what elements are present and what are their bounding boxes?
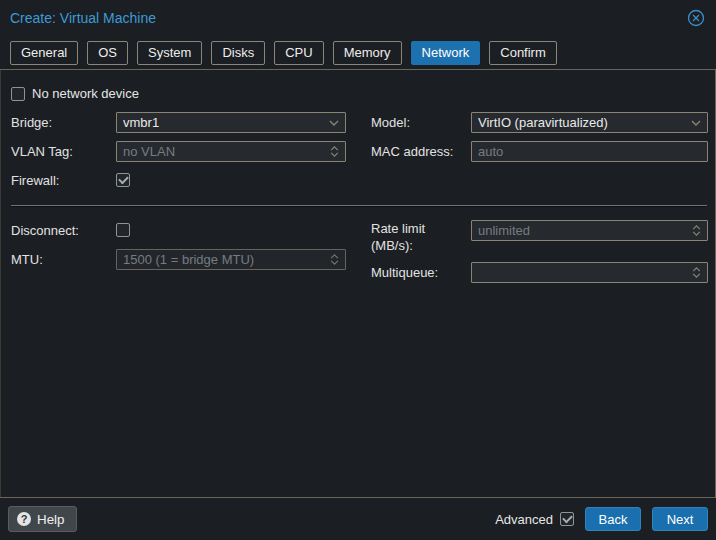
tab-system[interactable]: System — [137, 41, 202, 65]
mtu-spinner[interactable] — [323, 250, 345, 269]
bridge-dropdown-trigger[interactable] — [323, 113, 345, 132]
close-button[interactable] — [686, 8, 706, 28]
vlan-tag-label: VLAN Tag: — [11, 141, 116, 162]
main-fields-section: Bridge: vmbr1 VLAN Tag: — [11, 112, 707, 199]
tab-confirm[interactable]: Confirm — [489, 41, 557, 65]
advanced-section-divider — [11, 205, 707, 207]
close-icon — [687, 9, 705, 27]
rate-limit-field — [471, 220, 708, 241]
vlan-tag-row: VLAN Tag: — [11, 141, 371, 162]
bridge-label: Bridge: — [11, 112, 116, 133]
multiqueue-field — [471, 262, 708, 283]
bridge-row: Bridge: vmbr1 — [11, 112, 371, 133]
help-question-icon: ? — [17, 512, 31, 526]
mtu-label: MTU: — [11, 249, 116, 270]
dialog-header: Create: Virtual Machine — [0, 0, 716, 36]
tab-os[interactable]: OS — [87, 41, 128, 65]
chevron-down-icon — [692, 273, 701, 278]
model-row: Model: VirtIO (paravirtualized) — [371, 112, 708, 133]
disconnect-checkbox[interactable] — [116, 223, 130, 237]
tab-memory[interactable]: Memory — [333, 41, 402, 65]
advanced-checkbox[interactable] — [560, 512, 574, 526]
help-button[interactable]: ? Help — [8, 506, 77, 532]
mtu-input[interactable] — [123, 250, 323, 269]
create-vm-dialog: Create: Virtual Machine General OS Syste… — [0, 0, 716, 540]
advanced-fields-section: Disconnect: MTU: Rate lim — [11, 220, 707, 291]
tab-general[interactable]: General — [10, 41, 78, 65]
tab-cpu[interactable]: CPU — [274, 41, 323, 65]
chevron-down-icon — [329, 120, 339, 126]
firewall-row: Firewall: — [11, 170, 371, 191]
advanced-left-column: Disconnect: MTU: — [11, 220, 371, 291]
chevron-down-icon — [692, 231, 701, 236]
chevron-up-icon — [330, 146, 339, 151]
no-network-device-checkbox[interactable] — [11, 87, 25, 101]
vlan-tag-spinner[interactable] — [323, 142, 345, 161]
footer-actions: Advanced Back Next — [495, 507, 708, 531]
tab-network[interactable]: Network — [411, 41, 481, 65]
chevron-down-icon — [330, 260, 339, 265]
vlan-tag-field — [116, 141, 346, 162]
dialog-footer: ? Help Advanced Back Next — [0, 498, 716, 540]
dialog-title: Create: Virtual Machine — [10, 10, 156, 26]
mac-address-row: MAC address: — [371, 141, 708, 162]
next-button[interactable]: Next — [652, 507, 708, 531]
model-dropdown-trigger[interactable] — [685, 113, 707, 132]
rate-limit-row: Rate limit (MB/s): — [371, 220, 708, 254]
mac-address-label: MAC address: — [371, 141, 471, 162]
multiqueue-label: Multiqueue: — [371, 262, 471, 283]
network-form-panel: No network device Bridge: vmbr1 VLAN Tag… — [0, 70, 716, 497]
model-combobox[interactable]: VirtIO (paravirtualized) — [471, 112, 708, 133]
model-label: Model: — [371, 112, 471, 133]
multiqueue-spinner[interactable] — [685, 263, 707, 282]
mtu-row: MTU: — [11, 249, 371, 270]
disconnect-label: Disconnect: — [11, 220, 116, 241]
multiqueue-input[interactable] — [478, 263, 685, 282]
mac-address-field — [471, 141, 708, 162]
rate-limit-spinner[interactable] — [685, 221, 707, 240]
mac-address-input[interactable] — [478, 142, 707, 161]
chevron-down-icon — [330, 152, 339, 157]
rate-limit-input[interactable] — [478, 221, 685, 240]
disconnect-row: Disconnect: — [11, 220, 371, 241]
main-right-column: Model: VirtIO (paravirtualized) MAC addr… — [371, 112, 708, 199]
chevron-up-icon — [692, 225, 701, 230]
chevron-down-icon — [691, 120, 701, 126]
mtu-field — [116, 249, 346, 270]
model-value: VirtIO (paravirtualized) — [478, 115, 685, 130]
vlan-tag-input[interactable] — [123, 142, 323, 161]
tab-disks[interactable]: Disks — [211, 41, 265, 65]
main-left-column: Bridge: vmbr1 VLAN Tag: — [11, 112, 371, 199]
back-button[interactable]: Back — [585, 507, 641, 531]
wizard-tabbar: General OS System Disks CPU Memory Netwo… — [0, 36, 716, 70]
advanced-label: Advanced — [495, 512, 553, 527]
firewall-checkbox[interactable] — [116, 173, 130, 187]
no-network-device-label: No network device — [32, 86, 139, 101]
rate-limit-label: Rate limit (MB/s): — [371, 220, 471, 254]
bridge-combobox[interactable]: vmbr1 — [116, 112, 346, 133]
multiqueue-row: Multiqueue: — [371, 262, 708, 283]
no-network-device-row: No network device — [11, 86, 707, 101]
chevron-up-icon — [330, 254, 339, 259]
bridge-value: vmbr1 — [123, 115, 323, 130]
help-button-label: Help — [37, 512, 64, 527]
firewall-label: Firewall: — [11, 170, 116, 191]
chevron-up-icon — [692, 267, 701, 272]
advanced-right-column: Rate limit (MB/s): Multiqueue: — [371, 220, 708, 291]
